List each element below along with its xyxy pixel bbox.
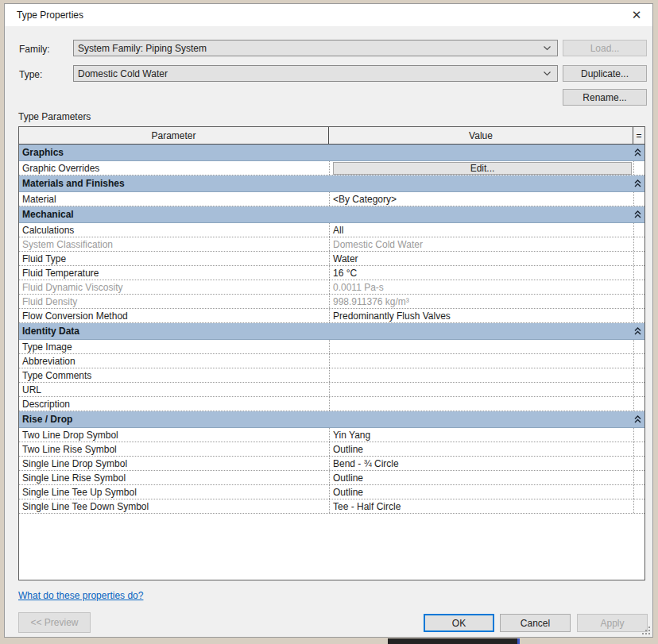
collapse-chevron-icon[interactable] [630, 179, 644, 187]
parameter-value-cell[interactable]: Bend - ¾ Circle [329, 457, 633, 470]
type-label: Type: [19, 69, 42, 80]
row-spacer [633, 383, 644, 396]
parameter-name-cell: Two Line Drop Symbol [19, 428, 329, 442]
row-spacer [633, 192, 644, 206]
table-body: GraphicsGraphic OverridesEdit...Material… [19, 145, 644, 514]
parameter-row: Fluid Dynamic Viscosity0.0011 Pa-s [19, 280, 644, 295]
row-spacer [633, 368, 644, 382]
parameter-name-cell: Fluid Type [19, 252, 329, 265]
parameter-value-cell[interactable]: Yin Yang [329, 428, 633, 442]
group-header-row[interactable]: Rise / Drop [19, 411, 644, 428]
parameter-value-cell: Domestic Cold Water [329, 237, 633, 251]
row-spacer [633, 161, 644, 175]
type-combobox[interactable]: Domestic Cold Water [73, 65, 558, 82]
cancel-button[interactable]: Cancel [500, 614, 571, 632]
parameter-value-cell[interactable] [329, 397, 633, 411]
parameter-row: Description [19, 397, 644, 411]
parameter-name-cell: Abbreviation [19, 354, 329, 368]
parameter-name-cell: Type Image [19, 340, 329, 353]
group-header-row[interactable]: Mechanical [19, 206, 644, 223]
group-title: Rise / Drop [22, 414, 630, 425]
group-header-row[interactable]: Graphics [19, 145, 644, 161]
parameter-value-cell[interactable]: Water [329, 252, 633, 265]
background-taskbar-strip [388, 638, 517, 644]
parameter-value-cell[interactable]: Predominantly Flush Valves [329, 309, 633, 322]
type-parameters-table: Parameter Value = GraphicsGraphic Overri… [18, 126, 645, 580]
collapse-chevron-icon[interactable] [630, 415, 644, 423]
parameter-value-cell[interactable] [329, 354, 633, 368]
parameter-name-cell: Fluid Dynamic Viscosity [19, 280, 329, 294]
row-spacer [633, 340, 644, 353]
parameter-row: Single Line Tee Down SymbolTee - Half Ci… [19, 499, 644, 514]
parameter-value-cell[interactable]: Tee - Half Circle [329, 499, 633, 513]
parameter-name-cell: Flow Conversion Method [19, 309, 329, 322]
table-header: Parameter Value = [19, 127, 644, 145]
row-spacer [633, 223, 644, 237]
duplicate-button[interactable]: Duplicate... [563, 65, 647, 82]
type-combobox-value: Domestic Cold Water [78, 68, 168, 79]
group-title: Mechanical [22, 209, 630, 220]
apply-button: Apply [577, 614, 648, 632]
equalize-columns-button[interactable]: = [633, 127, 644, 144]
group-title: Materials and Finishes [22, 178, 630, 189]
row-spacer [633, 471, 644, 484]
close-icon[interactable]: ✕ [625, 6, 648, 24]
properties-help-link[interactable]: What do these properties do? [18, 590, 143, 601]
parameter-value-cell[interactable]: All [329, 223, 633, 237]
ok-button[interactable]: OK [424, 614, 494, 632]
parameter-value-cell[interactable] [329, 340, 633, 353]
value-column-header: Value [329, 127, 633, 144]
parameter-name-cell: Material [19, 192, 329, 206]
collapse-chevron-icon[interactable] [630, 210, 644, 218]
row-spacer [633, 397, 644, 411]
parameter-row: Graphic OverridesEdit... [19, 161, 644, 175]
parameter-name-cell: Single Line Tee Down Symbol [19, 499, 329, 513]
parameter-value-cell[interactable] [329, 368, 633, 382]
group-header-row[interactable]: Identity Data [19, 323, 644, 340]
preview-toggle-button: << Preview [18, 612, 91, 633]
row-spacer [633, 309, 644, 322]
parameter-row: Fluid Temperature16 °C [19, 266, 644, 280]
group-header-row[interactable]: Materials and Finishes [19, 175, 644, 192]
parameter-row: URL [19, 383, 644, 397]
parameter-value-cell[interactable]: Outline [329, 442, 633, 456]
row-spacer [633, 442, 644, 456]
parameter-value-cell[interactable]: Outline [329, 485, 633, 499]
dialog-title: Type Properties [17, 10, 83, 21]
collapse-chevron-icon[interactable] [630, 327, 644, 335]
row-spacer [633, 485, 644, 499]
parameter-row: Material<By Category> [19, 192, 644, 206]
row-spacer [633, 280, 644, 294]
parameter-row: Two Line Rise SymbolOutline [19, 442, 644, 457]
rename-button[interactable]: Rename... [563, 89, 647, 106]
parameter-name-cell: System Classification [19, 237, 329, 251]
parameter-name-cell: Description [19, 397, 329, 411]
group-title: Graphics [22, 147, 630, 158]
load-button: Load... [563, 40, 647, 56]
parameter-value-cell[interactable]: 16 °C [329, 266, 633, 280]
parameter-row: Abbreviation [19, 354, 644, 368]
collapse-chevron-icon[interactable] [630, 148, 644, 156]
parameter-value-cell[interactable] [329, 383, 633, 396]
type-properties-dialog: Type Properties ✕ Family: System Family:… [4, 3, 653, 638]
row-spacer [633, 266, 644, 280]
family-label: Family: [19, 44, 50, 55]
family-combobox[interactable]: System Family: Piping System [73, 40, 558, 56]
parameter-value-cell[interactable]: <By Category> [329, 192, 633, 206]
resize-grip[interactable] [642, 627, 650, 634]
parameter-name-cell: Fluid Density [19, 295, 329, 308]
type-parameters-label: Type Parameters [18, 111, 91, 122]
parameter-row: Type Image [19, 340, 644, 354]
parameter-name-cell: Two Line Rise Symbol [19, 442, 329, 456]
chevron-down-icon [543, 44, 552, 52]
parameter-column-header: Parameter [19, 127, 329, 144]
parameter-value-cell[interactable]: Outline [329, 471, 633, 484]
parameter-value-cell[interactable]: Edit... [329, 161, 633, 175]
parameter-name-cell: Single Line Tee Up Symbol [19, 485, 329, 499]
row-spacer [633, 252, 644, 265]
parameter-name-cell: Single Line Drop Symbol [19, 457, 329, 470]
parameter-row: Type Comments [19, 368, 644, 383]
parameter-name-cell: Type Comments [19, 368, 329, 382]
parameter-row: System ClassificationDomestic Cold Water [19, 237, 644, 252]
edit-button[interactable]: Edit... [333, 162, 632, 175]
